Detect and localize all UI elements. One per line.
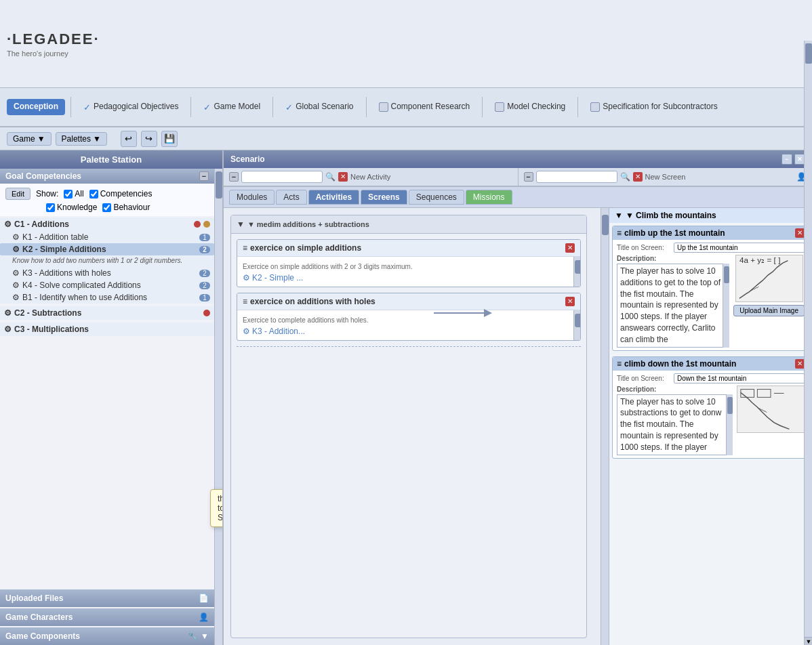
components-icon: 🔧 [188,631,198,641]
tab-missions[interactable]: Missions [466,190,512,205]
checkbox-behaviour[interactable]: Behaviour [102,203,150,212]
game-components-section[interactable]: Game Components 🔧 ▼ [0,627,214,645]
tab-screens[interactable]: Screens [361,190,407,205]
badge-k3: 2 [199,270,210,277]
desc-text-2[interactable]: The player has to solve 10 substractions… [617,394,733,455]
search-icon-screen[interactable]: 🔍 [620,172,630,182]
checkbox-competencies[interactable]: Competencies [89,189,153,199]
game-dropdown[interactable]: Game ▼ [7,132,52,146]
image-preview-1: 4a + y₂ = [ ] [735,255,803,302]
section-goal-competencies[interactable]: Goal Competencies − [0,169,214,184]
screen-minus-btn[interactable]: − [524,172,533,182]
screen-search-input[interactable] [536,171,617,183]
badge-b1: 1 [199,294,210,301]
scenario-canvas: ▼ ▼ medim additions + subtractions ≡ exe… [224,208,601,645]
group-c2-header[interactable]: ⚙ C2 - Subtractions [0,306,214,320]
desc-label-2: Description: [617,386,733,393]
close-screen-card-2[interactable]: ✕ [795,359,805,369]
card-separator [237,346,581,347]
activity-card-2-desc: Exercice to complete additions with hole… [243,316,568,324]
activity-minus-btn[interactable]: − [229,172,239,182]
palettes-dropdown[interactable]: Palettes ▼ [56,132,107,146]
game-characters-section[interactable]: Game Characters 👤 [0,608,214,626]
card2-scrollbar[interactable] [573,310,580,340]
comp-item-k1[interactable]: ⚙ K1 - Addition table 1 [0,231,214,243]
panel-title: Palette Station [0,150,222,169]
list-icon-sc1: ≡ [617,228,622,238]
checkbox-row: All Competencies [64,189,152,199]
canvas-scrollbar[interactable] [601,208,609,645]
minimize-button[interactable]: − [781,154,792,165]
tab-activities[interactable]: Activities [308,190,359,205]
logo-area: ·LEGADEE· The hero's journey [7,30,100,58]
screen-card-1-body: Title on Screen: Description: The player… [613,240,809,350]
save-button[interactable]: 💾 [161,131,178,147]
screen-card-1: ≡ climb up the 1st mountain ✕ Title on S… [612,226,809,351]
triangle-screen: ▼ [615,211,623,220]
checkbox-row-2: Knowledge Behaviour [5,203,209,212]
comp-item-k2[interactable]: ⚙ K2 - Simple Additions 2 [0,243,214,255]
collapse-section-btn[interactable]: − [199,171,209,181]
scenario-tabs: Modules Acts Activities Screens Sequence… [224,187,812,208]
title-input-1[interactable] [674,243,805,253]
desc-scrollbar-2[interactable] [726,394,733,455]
group-c1-header[interactable]: ⚙ C1 - Additions [0,217,214,231]
title-input-2[interactable] [674,373,805,383]
activity-search-input[interactable] [241,171,323,183]
activity-card-1-ref: ⚙ K2 - Simple ... [243,273,568,283]
tab-sequences[interactable]: Sequences [409,190,464,205]
comp-item-k4[interactable]: ⚙ K4 - Solve complicated Additions 2 [0,279,214,291]
nav-step-specification[interactable]: Specification for Subcontractors [584,99,724,115]
list-icon-2: ≡ [243,297,247,306]
search-icon-activity[interactable]: 🔍 [325,172,336,182]
activity-card-1-header: ≡ exercice on simple additions ✕ [237,240,580,257]
tooltip-box: this Behaviour is not connected to any S… [210,489,224,527]
screen-card-2: ≡ climb down the 1st mountain ✕ Title on… [612,356,809,459]
comp-item-b1[interactable]: ⚙ B1 - Identify when to use Additions 1 [0,291,214,304]
image-preview-2 [737,386,805,433]
competency-group-c3: ⚙ C3 - Multiplications [0,322,214,336]
checkbox-all[interactable]: All [64,189,83,199]
left-panel-scrollbar[interactable] [214,169,222,645]
desc-text-1[interactable]: The player has to solve 10 additions to … [617,264,729,348]
card1-scrollbar[interactable] [573,257,580,287]
gear-icon-k3: ⚙ [12,268,20,278]
nav-step-conception[interactable]: Conception [7,99,65,115]
close-card-1-btn[interactable]: ✕ [565,243,575,253]
edit-button[interactable]: Edit [5,188,31,200]
screen-card-2-header: ≡ climb down the 1st mountain ✕ [613,357,809,371]
show-label: Show: [36,189,58,199]
screen-section-header: ▼ ▼ Climb the mountains [609,208,812,223]
nav-step-game-model[interactable]: ✓ Game Model [197,99,267,115]
desc-scrollbar-1[interactable] [723,264,729,348]
subtitle: The hero's journey [7,49,68,58]
nav-step-pedagogical[interactable]: ✓ Pedagogical Objectives [77,99,185,115]
screen-card-1-header: ≡ climb up the 1st mountain ✕ [613,226,809,240]
activity-group-title: ▼ ▼ medim additions + subtractions [231,215,586,234]
activity-close-btn[interactable]: ✕ [338,172,348,182]
toolbar: Game ▼ Palettes ▼ ↩ ↪ 💾 [0,127,812,150]
close-screen-card-1[interactable]: ✕ [795,228,805,238]
screen-panel: ▼ ▼ Climb the mountains ≡ climb up the 1… [609,208,812,645]
nav-separator-2 [190,97,191,117]
undo-button[interactable]: ↩ [121,131,137,147]
scrollbar-down-arrow[interactable]: ▼ [805,637,812,645]
tab-acts[interactable]: Acts [276,190,306,205]
comp-item-k3[interactable]: ⚙ K3 - Additions with holes 2 [0,267,214,279]
group-c3-header[interactable]: ⚙ C3 - Multiplications [0,322,214,336]
redo-button[interactable]: ↪ [141,131,157,147]
upload-image-btn-1[interactable]: Upload Main Image [733,305,805,316]
nav-step-component-research[interactable]: Component Research [372,99,477,115]
desc-image-row-2: Description: The player has to solve 10 … [617,386,805,455]
close-card-2-btn[interactable]: ✕ [565,297,575,306]
nav-step-model-checking[interactable]: Model Checking [488,99,572,115]
svg-text:4a + y₂ = [ ]: 4a + y₂ = [ ] [739,255,781,264]
main-area: Palette Station Goal Competencies − Edit… [0,150,812,645]
tab-modules[interactable]: Modules [229,190,275,205]
nav-step-global-scenario[interactable]: ✓ Global Scenario [279,99,360,115]
screen-panel-scrollbar[interactable]: ▼ [804,208,812,645]
checkbox-knowledge[interactable]: Knowledge [46,203,97,212]
uploaded-files-section[interactable]: Uploaded Files 📄 [0,589,214,607]
screen-close-btn[interactable]: ✕ [633,172,643,182]
desc-image-row-1: Description: The player has to solve 10 … [617,255,805,348]
